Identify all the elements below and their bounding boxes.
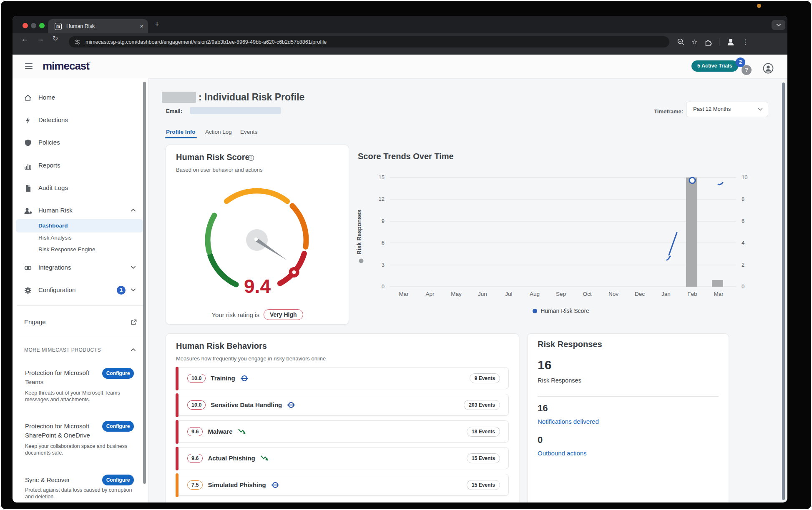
new-tab-button[interactable]: + [155,20,159,29]
sidebar-item-human-risk[interactable]: Human Risk [13,205,145,217]
sidebar-item-home[interactable]: Home [13,92,145,104]
behavior-row-training[interactable]: 10.0 Training 9 Events [176,367,509,389]
hamburger-menu-icon[interactable] [25,63,33,69]
sidebar-item-engage[interactable]: Engage [24,318,46,325]
svg-text:Mar: Mar [399,291,409,297]
configure-button[interactable]: Configure [102,421,134,432]
account-icon[interactable] [762,62,774,74]
behavior-row-actual-phishing[interactable]: 9.6 Actual Phishing 15 Events [176,447,509,469]
behavior-score: 9.6 [187,454,203,463]
extensions-icon[interactable] [704,38,712,46]
forward-button[interactable]: → [37,35,44,43]
risk-responses-title: Risk Responses [538,340,602,349]
behavior-row-sensitive-data[interactable]: 10.0 Sensitive Data Handling 203 Events [176,394,509,416]
site-settings-icon[interactable] [74,39,81,45]
rating-prefix: Your risk rating is [211,311,259,318]
chevron-down-icon [758,108,763,111]
more-products-header[interactable]: MORE MIMECAST PRODUCTS [24,347,101,353]
events-badge[interactable]: 203 Events [464,400,500,410]
rating-badge: Very High [264,309,303,320]
sidebar-scrollbar[interactable] [143,82,146,484]
sidebar-item-reports[interactable]: Reports [13,160,145,172]
close-window-button[interactable] [23,23,28,28]
tab-profile-info[interactable]: Profile Info [166,129,196,135]
shield-icon [23,138,33,148]
mimecast-logo[interactable]: mimecast' [43,60,90,72]
reload-button[interactable]: ↻ [53,35,58,42]
svg-text:Aug: Aug [530,291,540,297]
notification-count-badge[interactable]: 2 [736,58,745,67]
sidebar-item-risk-analysis[interactable]: Risk Analysis [38,235,72,241]
bookmark-star-icon[interactable]: ☆ [691,38,697,46]
sidebar-item-detections[interactable]: Detections [13,115,145,126]
risk-accent-bar [176,420,178,444]
svg-text:Feb: Feb [687,291,697,297]
timeframe-select[interactable]: Past 12 Months [686,102,768,117]
svg-text:Jan: Jan [661,291,671,297]
timeframe-value: Past 12 Months [693,106,731,112]
behavior-name: Actual Phishing [208,455,255,462]
legend-dot [533,309,537,313]
tab-action-log[interactable]: Action Log [205,129,232,135]
outbound-actions-link[interactable]: Outbound actions [538,450,587,457]
tab-search-button[interactable] [772,20,785,30]
help-button[interactable]: ? [742,65,752,75]
product-name: Protection for Microsoft SharePoint & On… [25,422,100,440]
risk-accent-bar [176,367,178,390]
sidebar-item-dashboard-label[interactable]: Dashboard [38,222,68,229]
browser-tab[interactable]: m Human Risk × [48,19,148,33]
behavior-row-simulated-phishing[interactable]: 7.5 Simulated Phishing 15 Events [176,474,509,496]
chevron-up-icon[interactable] [131,348,136,352]
configure-button[interactable]: Configure [102,475,134,485]
events-badge[interactable]: 9 Events [470,373,500,383]
risk-score-value: 9.4 [166,275,349,298]
sidebar-item-policies[interactable]: Policies [13,137,145,149]
sidebar-item-dashboard[interactable] [16,219,143,232]
trend-down-icon [260,455,269,462]
tab-strip: m Human Risk × + [13,16,787,33]
svg-text:May: May [451,291,462,297]
svg-text:3: 3 [382,262,385,268]
line-point-feb[interactable] [689,178,695,183]
behavior-row-malware[interactable]: 9.6 Malware 18 Events [176,420,509,442]
events-badge[interactable]: 15 Events [467,480,500,490]
behaviors-title: Human Risk Behaviors [176,341,267,351]
risk-responses-card: Risk Responses 16 Risk Responses 16 Noti… [527,333,729,502]
page-scrollbar[interactable] [782,82,785,500]
svg-text:15: 15 [379,174,385,180]
sidebar-item-risk-response-engine[interactable]: Risk Response Engine [38,246,96,252]
active-trials-badge[interactable]: 5 Active Trials [691,60,738,72]
browser-chrome: m Human Risk × + ← → ↻ mimeca [13,16,787,55]
svg-text:Apr: Apr [425,291,435,297]
browser-profile-avatar[interactable] [726,38,735,47]
sidebar-divider [17,337,144,337]
page-title: : Individual Risk Profile [199,92,304,103]
toolbar-divider [719,38,719,46]
notifications-delivered-link[interactable]: Notifications delivered [538,418,599,425]
back-button[interactable]: ← [21,35,28,43]
info-icon[interactable] [248,155,254,161]
minimize-window-button[interactable] [31,23,36,28]
sidebar-item-integrations[interactable]: Integrations [13,262,145,274]
human-risk-behaviors-card: Human Risk Behaviors Measures how freque… [166,333,519,502]
events-badge[interactable]: 18 Events [467,427,500,437]
bar-mar[interactable] [712,280,723,287]
svg-text:6: 6 [382,240,385,246]
external-link-icon [131,319,137,325]
chart-title: Score Trends Over Time [358,152,454,161]
sidebar-item-audit-logs[interactable]: Audit Logs [13,182,145,194]
app-header [13,55,787,79]
sidebar-divider [17,305,144,306]
zoom-icon[interactable] [677,38,685,46]
tab-events[interactable]: Events [240,129,257,135]
browser-menu-icon[interactable]: ⋮ [742,38,749,46]
bar-feb[interactable] [686,178,697,287]
maximize-window-button[interactable] [39,23,45,28]
address-bar[interactable]: mimecastcsp-stg.com/dashboard/engagement… [69,36,669,48]
desktop-background: m Human Risk × + ← → ↻ mimeca [0,0,812,510]
svg-text:Mar: Mar [714,291,724,297]
configure-button[interactable]: Configure [102,368,134,379]
svg-text:8: 8 [742,196,744,202]
tab-close-icon[interactable]: × [140,22,143,30]
events-badge[interactable]: 15 Events [467,453,500,463]
